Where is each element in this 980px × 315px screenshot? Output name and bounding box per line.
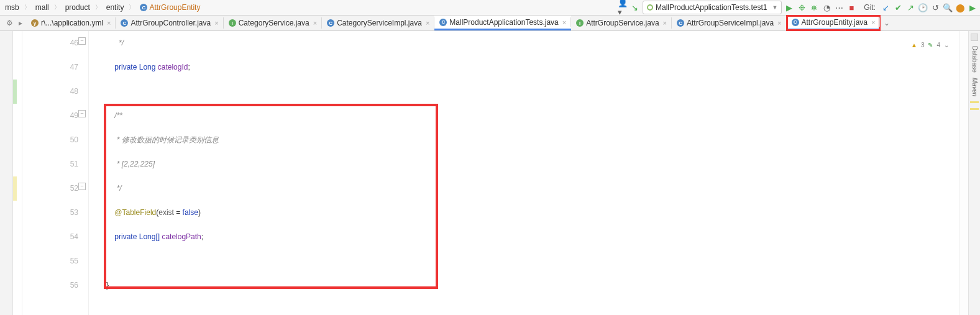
close-icon[interactable]: × (871, 19, 875, 26)
toolwindow-maven[interactable]: Maven (971, 78, 978, 96)
line-number: 49– (22, 104, 78, 128)
coverage-icon[interactable]: ⛯ (809, 2, 819, 12)
run-icon[interactable]: ▶ (784, 2, 794, 12)
running-icon[interactable]: ▶ (968, 2, 978, 12)
code-line[interactable]: * [2,22,225] (106, 152, 959, 176)
tab-attrgroupservice[interactable]: I AttrGroupService.java × (571, 16, 672, 30)
breadcrumb-item-current[interactable]: C AttrGroupEntity (137, 2, 203, 13)
profile-icon[interactable]: ◔ (822, 2, 831, 12)
tab-categoryserviceimpl[interactable]: C CategoryServiceImpl.java × (322, 16, 434, 30)
line-number: 47 (22, 55, 78, 80)
line-number: 50 (22, 128, 78, 152)
yml-icon: y (31, 19, 39, 27)
tabs-dropdown-icon[interactable]: ⌄ (880, 16, 894, 30)
search-icon[interactable]: 🔍 (943, 2, 953, 12)
interface-icon: I (229, 19, 236, 27)
debug-icon[interactable]: ❉ (797, 2, 807, 12)
scroll-mark (970, 101, 979, 103)
change-marks-gutter (13, 31, 22, 315)
attach-icon[interactable]: ⋯ (834, 2, 844, 12)
code-line[interactable]: @TableField(exist = false) (106, 201, 959, 225)
line-number: 48 (22, 80, 78, 104)
breadcrumb-item[interactable]: mall (33, 2, 52, 13)
breadcrumb-label: product (65, 3, 90, 12)
tab-attrgroupserviceimpl[interactable]: C AttrGroupServiceImpl.java × (672, 16, 787, 30)
vcs-revert-icon[interactable]: ↺ (930, 2, 940, 12)
close-icon[interactable]: × (313, 19, 317, 27)
tab-label: CategoryService.java (239, 19, 309, 27)
editor-tabs: ⚙ ▸ y r\...\application.yml × C AttrGrou… (0, 16, 980, 31)
tab-label: AttrGroupServiceImpl.java (687, 19, 774, 27)
vcs-update-icon[interactable]: ↙ (881, 2, 891, 12)
run-toolbar: 👤▾ ↘ MallProductApplicationTests.test1 ▼… (618, 1, 978, 14)
class-icon: C (121, 19, 128, 27)
tab-application-yml[interactable]: y r\...\application.yml × (26, 16, 116, 30)
run-config-label: MallProductApplicationTests.test1 (656, 3, 767, 12)
class-icon: C (327, 19, 334, 27)
vcs-commit-icon[interactable]: ✔ (893, 2, 903, 12)
line-number: 55 (22, 249, 78, 273)
chevron-right-icon: 〉 (127, 3, 136, 12)
toolwindow-database[interactable]: Database (971, 46, 978, 73)
tab-label: AttrGroupController.java (131, 19, 211, 27)
tabs-menu-icon[interactable]: ▸ (15, 16, 26, 30)
tab-label: r\...\application.yml (41, 19, 103, 27)
toolwindow-toggle-icon[interactable] (971, 34, 978, 41)
close-icon[interactable]: × (214, 19, 218, 27)
close-icon[interactable]: × (777, 19, 781, 27)
code-line[interactable]: } (106, 273, 959, 298)
breadcrumb-item[interactable]: entity (104, 2, 127, 13)
line-number: 53 (22, 201, 78, 225)
line-number: 51 (22, 152, 78, 176)
tab-categoryservice[interactable]: I CategoryService.java × (224, 16, 323, 30)
close-icon[interactable]: × (426, 19, 429, 27)
close-icon[interactable]: × (107, 19, 111, 27)
fold-icon[interactable]: – (78, 183, 86, 190)
code-line[interactable]: * 修改数据的时候记录类别信息 (106, 128, 959, 152)
code-line[interactable]: */ (106, 31, 959, 55)
code-line[interactable]: */ (106, 176, 959, 201)
ide-update-icon[interactable]: ⬤ (955, 2, 965, 12)
close-icon[interactable]: × (562, 19, 566, 26)
git-label: Git: (864, 3, 876, 12)
error-stripe[interactable] (959, 31, 968, 315)
code-line[interactable] (106, 249, 959, 273)
build-icon[interactable]: ↘ (630, 2, 640, 12)
breadcrumb-item[interactable]: product (63, 2, 93, 13)
code-line[interactable] (106, 80, 959, 104)
class-icon: C (677, 19, 684, 27)
code-line[interactable]: private Long catelogId; (106, 55, 959, 80)
warning-icon: ▲ (911, 33, 917, 57)
line-number: 56 (22, 273, 78, 298)
breadcrumb: msb 〉 mall 〉 product 〉 entity 〉 C AttrGr… (2, 2, 203, 13)
tab-label: AttrGroupEntity.java (802, 18, 868, 27)
line-number-gutter: 46–474849–505152–53545556 (22, 31, 89, 315)
code-line[interactable]: private Long[] catelogPath; (106, 225, 959, 249)
tab-attrgroupentity[interactable]: C AttrGroupEntity.java × (787, 16, 881, 30)
editor-area: 46–474849–505152–53545556 ▲ 3 ✎ 4 ⌄ */ p… (0, 31, 980, 315)
typo-icon: ✎ (928, 33, 933, 57)
tab-attrgroupcontroller[interactable]: C AttrGroupController.java × (116, 16, 223, 30)
chevron-down-icon[interactable]: ⌄ (944, 33, 949, 57)
tab-label: AttrGroupService.java (586, 19, 659, 27)
junit-icon (647, 4, 653, 11)
vcs-push-icon[interactable]: ↗ (905, 2, 915, 12)
close-icon[interactable]: × (663, 19, 667, 27)
inspection-status[interactable]: ▲ 3 ✎ 4 ⌄ (911, 33, 949, 57)
code-editor[interactable]: ▲ 3 ✎ 4 ⌄ */ private Long catelogId; /**… (89, 31, 959, 315)
tab-mallproductapplicationtests[interactable]: C MallProductApplicationTests.java × (434, 16, 571, 30)
run-config-select[interactable]: MallProductApplicationTests.test1 ▼ (643, 1, 782, 14)
user-icon[interactable]: 👤▾ (618, 2, 628, 12)
fold-icon[interactable]: – (78, 37, 86, 45)
gear-icon[interactable]: ⚙ (4, 16, 15, 30)
vcs-history-icon[interactable]: 🕑 (918, 2, 928, 12)
stop-icon[interactable]: ■ (846, 2, 856, 12)
line-number: 52– (22, 176, 78, 201)
fold-icon[interactable]: – (78, 110, 86, 117)
code-line[interactable]: /** (106, 104, 959, 128)
class-icon: C (792, 19, 799, 26)
breadcrumb-item[interactable]: msb (2, 2, 22, 13)
chevron-right-icon: 〉 (53, 3, 62, 12)
left-tool-strip (0, 31, 13, 315)
breadcrumb-label: AttrGroupEntity (149, 3, 200, 12)
